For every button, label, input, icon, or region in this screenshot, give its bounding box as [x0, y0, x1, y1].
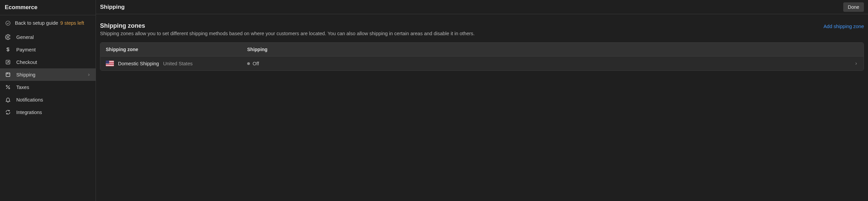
cycle-icon — [5, 109, 11, 115]
done-button[interactable]: Done — [843, 2, 864, 12]
check-circle-icon — [5, 20, 11, 26]
external-square-icon — [5, 59, 11, 65]
section-title: Shipping zones — [100, 22, 475, 29]
main: Shipping Done Shipping zones Shipping zo… — [96, 0, 868, 201]
status-dot-icon — [247, 62, 250, 65]
chevron-right-icon — [854, 62, 858, 66]
content: Shipping zones Shipping zones allow you … — [96, 14, 868, 71]
sidebar-item-general[interactable]: General — [0, 31, 96, 43]
sidebar-item-checkout[interactable]: Checkout — [0, 56, 96, 68]
sidebar-item-label: Payment — [16, 47, 36, 52]
svg-rect-3 — [6, 73, 9, 76]
flag-us-icon — [106, 61, 114, 66]
gear-icon — [5, 34, 11, 40]
sidebar-item-notifications[interactable]: Notifications — [0, 93, 96, 106]
sidebar-item-label: Checkout — [16, 60, 37, 65]
sidebar-item-taxes[interactable]: Taxes — [0, 81, 96, 93]
svg-point-4 — [6, 85, 7, 87]
add-shipping-zone-link[interactable]: Add shipping zone — [824, 24, 864, 29]
sidebar-item-label: Taxes — [16, 85, 29, 90]
page-title: Shipping — [100, 4, 125, 10]
setup-guide-label: Back to setup guide — [15, 20, 58, 26]
sidebar-title: Ecommerce — [5, 4, 91, 11]
column-header-shipping: Shipping — [247, 47, 858, 52]
sidebar-header: Ecommerce — [0, 0, 96, 15]
table-header: Shipping zone Shipping — [100, 43, 864, 57]
sidebar-item-label: Shipping — [16, 72, 35, 77]
main-header: Shipping Done — [96, 0, 868, 14]
zone-region: United States — [163, 61, 193, 66]
steps-left: 9 steps left — [60, 20, 84, 26]
shipping-status: Off — [253, 61, 259, 66]
zone-name: Domestic Shipping — [118, 61, 159, 66]
percent-icon — [5, 84, 11, 90]
package-icon — [5, 72, 11, 77]
dollar-icon — [5, 47, 11, 52]
sidebar-item-label: Integrations — [16, 110, 42, 115]
sidebar: Ecommerce Back to setup guide 9 steps le… — [0, 0, 96, 201]
sidebar-item-payment[interactable]: Payment — [0, 43, 96, 56]
shipping-zones-table: Shipping zone Shipping Domestic Shipping… — [100, 42, 864, 71]
table-row[interactable]: Domestic Shipping United States Off — [100, 57, 864, 70]
sidebar-item-label: General — [16, 35, 34, 40]
sidebar-item-shipping[interactable]: Shipping — [0, 68, 96, 81]
sidebar-item-integrations[interactable]: Integrations — [0, 106, 96, 118]
section-description: Shipping zones allow you to set differen… — [100, 31, 475, 36]
chevron-right-icon — [87, 73, 91, 77]
svg-point-1 — [7, 36, 8, 38]
bell-icon — [5, 97, 11, 103]
sidebar-item-label: Notifications — [16, 97, 43, 103]
svg-point-5 — [8, 88, 10, 89]
column-header-zone: Shipping zone — [106, 47, 247, 52]
back-to-setup-guide[interactable]: Back to setup guide 9 steps left — [0, 15, 96, 31]
svg-point-0 — [6, 21, 10, 25]
